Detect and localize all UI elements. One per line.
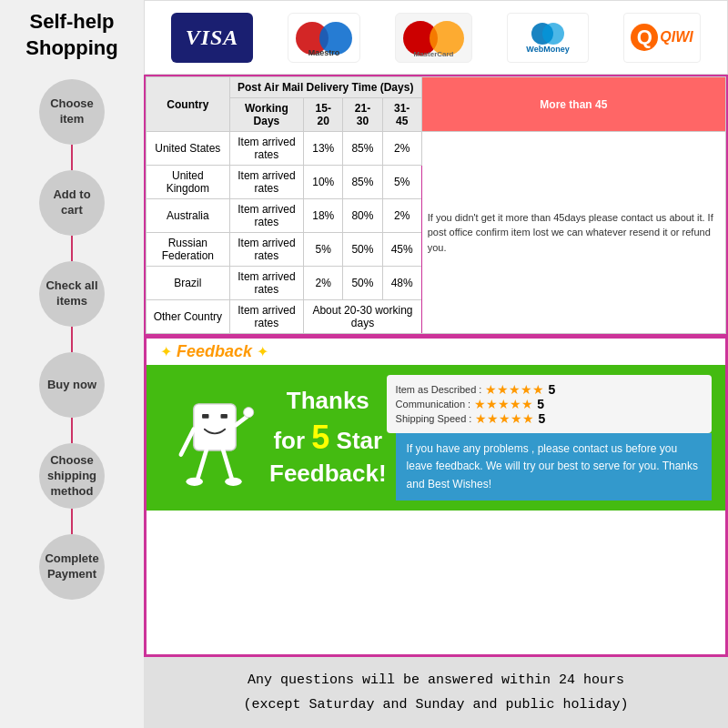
payment-logos-bar: VISA Maestro MasterCard xyxy=(144,0,728,75)
rating-row-shipping: Shipping Speed : ★★★★★ 5 xyxy=(396,411,703,426)
rating-row-described: Item as Described : ★★★★★ 5 xyxy=(396,382,703,397)
feedback-title: Feedback xyxy=(177,342,252,361)
col-country: Country xyxy=(147,77,230,132)
svg-point-12 xyxy=(225,478,242,486)
feedback-contact-note: If you have any problems , please contac… xyxy=(396,433,712,500)
svg-rect-5 xyxy=(221,414,228,419)
svg-line-9 xyxy=(197,450,206,479)
col-working-days: Working Days xyxy=(229,98,304,132)
mastercard-logo: MasterCard xyxy=(395,13,472,63)
feedback-header: ✦ Feedback ✦ xyxy=(147,339,725,365)
sidebar-title: Self-helpShopping xyxy=(16,9,126,61)
svg-rect-3 xyxy=(194,404,236,450)
svg-rect-4 xyxy=(202,414,208,419)
step-circle-add-to-cart[interactable]: Add tocart xyxy=(39,170,105,236)
svg-line-7 xyxy=(236,417,247,425)
step-choose-shipping[interactable]: Chooseshippingmethod xyxy=(0,443,144,509)
step-choose-item[interactable]: Chooseitem xyxy=(0,79,144,145)
bottom-bar: Any questions will be answered within 24… xyxy=(144,657,728,728)
step-check-items[interactable]: Check allitems xyxy=(0,261,144,327)
col-delivery-title: Post Air Mail Delivery Time (Days) xyxy=(229,77,421,98)
qiwi-logo: Q QIWI xyxy=(623,13,701,63)
delivery-section: Country Post Air Mail Delivery Time (Day… xyxy=(144,75,728,336)
col-31-45: 31-45 xyxy=(382,98,421,132)
step-complete-payment[interactable]: CompletePayment xyxy=(0,534,144,600)
sidebar: Self-helpShopping Chooseitem Add tocart … xyxy=(0,0,144,728)
delivery-note: If you didn't get it more than 45days pl… xyxy=(421,132,725,334)
feedback-character xyxy=(160,379,269,497)
step-add-to-cart[interactable]: Add tocart xyxy=(0,170,144,236)
svg-line-10 xyxy=(223,450,231,479)
delivery-table: Country Post Air Mail Delivery Time (Day… xyxy=(146,76,726,334)
main-content: VISA Maestro MasterCard xyxy=(144,0,728,728)
webmoney-logo: WebMoney WebMoney xyxy=(507,13,589,63)
visa-logo: VISA xyxy=(171,13,253,63)
feedback-star-right: ✦ xyxy=(257,343,268,360)
feedback-ratings-panel: Item as Described : ★★★★★ 5 Communicatio… xyxy=(387,375,712,433)
sidebar-steps: Chooseitem Add tocart Check allitems Buy… xyxy=(0,79,144,600)
feedback-star-left: ✦ xyxy=(160,343,172,360)
svg-point-1 xyxy=(542,23,564,45)
step-buy-now[interactable]: Buy now xyxy=(0,352,144,418)
feedback-body: Thanks for 5 Star Feedback! Item as Desc… xyxy=(147,365,725,511)
svg-point-8 xyxy=(244,408,254,418)
step-circle-check-items[interactable]: Check allitems xyxy=(39,261,105,327)
step-circle-choose-shipping[interactable]: Chooseshippingmethod xyxy=(39,443,105,509)
maestro-logo: Maestro xyxy=(288,13,360,63)
feedback-section: ✦ Feedback ✦ xyxy=(144,336,728,657)
col-15-20: 15-20 xyxy=(304,98,343,132)
step-circle-buy-now[interactable]: Buy now xyxy=(39,352,105,418)
rating-row-communication: Communication : ★★★★★ 5 xyxy=(396,397,703,411)
table-row: United States Item arrived rates 13% 85%… xyxy=(147,132,726,166)
bottom-line2: (except Saturday and Sunday and public h… xyxy=(153,693,719,717)
col-more-than-45: More than 45 xyxy=(421,77,725,132)
feedback-main-text: Thanks for 5 Star Feedback! xyxy=(269,386,387,490)
step-circle-choose-item[interactable]: Chooseitem xyxy=(39,79,105,145)
svg-line-6 xyxy=(181,430,194,455)
bottom-line1: Any questions will be answered within 24… xyxy=(153,668,719,693)
svg-point-11 xyxy=(186,478,203,486)
col-21-30: 21-30 xyxy=(343,98,382,132)
step-circle-complete-payment[interactable]: CompletePayment xyxy=(39,534,105,600)
character-svg xyxy=(169,379,260,497)
